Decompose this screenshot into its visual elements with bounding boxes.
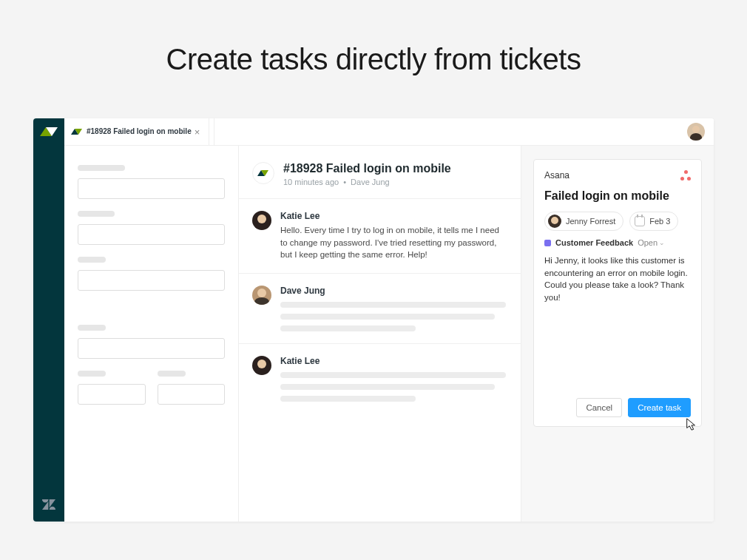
placeholder-line xyxy=(280,396,416,402)
ticket-icon xyxy=(72,127,82,136)
placeholder-label xyxy=(78,371,106,377)
message: Katie Lee xyxy=(239,343,521,414)
close-tab-icon[interactable]: × xyxy=(192,126,203,138)
project-name: Customer Feedback xyxy=(555,238,633,247)
ticket-author: Dave Jung xyxy=(351,178,390,186)
chevron-down-icon: ⌄ xyxy=(659,239,665,246)
ticket-tab[interactable]: #18928 Failed login on mobile × xyxy=(64,118,209,145)
placeholder-line xyxy=(280,384,495,390)
ticket-icon xyxy=(258,169,268,178)
svg-point-1 xyxy=(50,507,55,510)
asana-label: Asana xyxy=(544,170,569,181)
ticket-properties-pane xyxy=(64,146,239,522)
placeholder-line xyxy=(280,302,506,308)
assignee-field[interactable]: Jenny Forrest xyxy=(544,212,623,231)
placeholder-label xyxy=(158,371,186,377)
create-task-button[interactable]: Create task xyxy=(628,398,691,417)
message-author: Katie Lee xyxy=(280,356,506,366)
message: Dave Jung xyxy=(239,273,521,343)
main-area: #18928 Failed login on mobile × xyxy=(64,118,714,522)
conversation-pane: #18928 Failed login on mobile 10 minutes… xyxy=(239,146,521,522)
apps-side-pane: Asana Failed login on mobile Jenny Forre… xyxy=(521,146,714,522)
task-title[interactable]: Failed login on mobile xyxy=(544,189,691,203)
message: Katie Lee Hello. Every time I try to log… xyxy=(239,198,521,273)
avatar xyxy=(252,286,271,305)
body-row: #18928 Failed login on mobile 10 minutes… xyxy=(64,145,714,522)
project-color-chip xyxy=(544,240,551,246)
zendesk-logo-icon[interactable] xyxy=(42,499,55,510)
ticket-subtitle: 10 minutes ago•Dave Jung xyxy=(283,178,451,186)
tab-title: #18928 Failed login on mobile xyxy=(87,127,192,136)
project-status-dropdown[interactable]: Open ⌄ xyxy=(638,238,665,247)
assignee-name: Jenny Forrest xyxy=(566,217,615,226)
product-logo-icon[interactable] xyxy=(41,126,56,138)
placeholder-input[interactable] xyxy=(78,338,225,359)
calendar-icon xyxy=(635,216,645,226)
asana-logo-icon xyxy=(680,170,691,181)
placeholder-input[interactable] xyxy=(78,384,146,405)
cancel-button[interactable]: Cancel xyxy=(576,398,622,417)
placeholder-input[interactable] xyxy=(78,178,225,199)
avatar xyxy=(252,356,271,375)
asana-card: Asana Failed login on mobile Jenny Forre… xyxy=(533,159,702,427)
avatar xyxy=(252,211,271,230)
assignee-avatar xyxy=(548,215,561,228)
left-rail xyxy=(33,118,64,522)
message-author: Dave Jung xyxy=(280,286,506,296)
placeholder-input[interactable] xyxy=(78,224,225,245)
ticket-time: 10 minutes ago xyxy=(283,178,339,186)
ticket-header: #18928 Failed login on mobile 10 minutes… xyxy=(239,146,521,198)
page-heading: Create tasks directly from tickets xyxy=(0,0,747,106)
placeholder-label xyxy=(78,211,115,217)
top-bar-right xyxy=(214,118,714,145)
placeholder-label xyxy=(78,325,106,331)
message-text: Hello. Every time I try to log in on mob… xyxy=(280,224,506,261)
app-frame: #18928 Failed login on mobile × xyxy=(33,118,714,522)
placeholder-label xyxy=(78,165,125,171)
ticket-title: #18928 Failed login on mobile xyxy=(283,162,451,175)
svg-point-0 xyxy=(42,499,48,502)
placeholder-line xyxy=(280,314,495,320)
project-row[interactable]: Customer Feedback Open ⌄ xyxy=(544,238,691,247)
ticket-header-icon xyxy=(252,162,274,184)
cursor-icon xyxy=(685,417,698,432)
placeholder-input[interactable] xyxy=(78,270,225,291)
placeholder-input[interactable] xyxy=(158,384,226,405)
due-date-field[interactable]: Feb 3 xyxy=(629,212,678,231)
due-date-text: Feb 3 xyxy=(649,217,670,226)
placeholder-line xyxy=(280,372,506,378)
task-description[interactable]: Hi Jenny, it looks like this customer is… xyxy=(544,254,691,304)
placeholder-label xyxy=(78,257,106,263)
placeholder-line xyxy=(280,325,416,331)
top-bar: #18928 Failed login on mobile × xyxy=(64,118,714,145)
message-author: Katie Lee xyxy=(280,211,506,221)
current-user-avatar[interactable] xyxy=(687,123,705,141)
